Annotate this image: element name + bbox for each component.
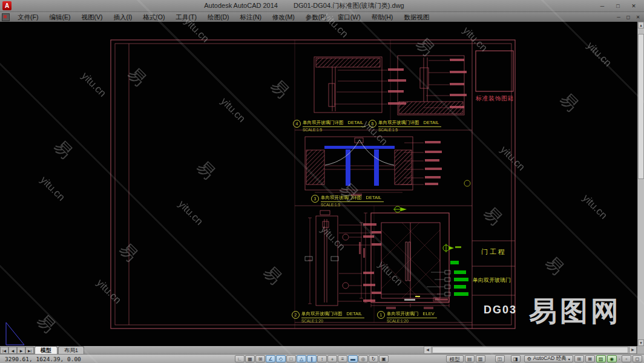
workspace-switcher[interactable]: ⚙ AutoCAD 经典 ▾ (524, 355, 573, 362)
lock-ui-icon[interactable]: ⊞ (574, 355, 584, 362)
clean-screen-icon[interactable]: ▫ (622, 355, 631, 362)
menu-item-help[interactable]: 帮助(H) (366, 12, 399, 22)
object-snap-tracking-toggle[interactable]: ∥ (307, 355, 317, 362)
annotation-monitor-toggle[interactable]: ▣ (379, 355, 389, 362)
menu-item-format[interactable]: 格式(O) (137, 12, 170, 22)
selection-cycling-toggle[interactable]: ↻ (369, 355, 378, 362)
title-block-project: 门工程 (481, 247, 507, 257)
polar-tracking-toggle[interactable]: ◇ (276, 355, 286, 362)
statusbar: 3290.61, 1624.39, 0.00 ∟▦⊞∠◇□△∥↕＋≡▬◎↻▣ 模… (0, 354, 644, 363)
gear-icon: ⚙ (527, 356, 531, 362)
callout-number: 4 (293, 120, 301, 128)
ortho-mode-toggle[interactable]: ∠ (266, 355, 275, 362)
annotation-monitor-icon[interactable]: ◫ (495, 355, 505, 362)
model-space-button[interactable]: 模型 (446, 355, 464, 362)
minimize-button[interactable]: ─ (594, 1, 610, 11)
doc-restore-button[interactable]: ◻ (623, 13, 633, 21)
callout-number: 3 (311, 195, 319, 203)
callout-scale: SCALE:1:5 (321, 203, 384, 207)
workspace-label: AutoCAD 经典 (533, 355, 567, 362)
detail-callout-2: 2 单向双开玻璃门详图DETAIL SCALE:1:20 (292, 311, 364, 323)
dynamic-input-toggle[interactable]: ＋ (327, 355, 337, 362)
detail-callout-3: 3 单向双开玻璃门详图DETAIL SCALE:1:5 (311, 195, 384, 207)
performance-tuner-icon[interactable]: ◉ (607, 355, 617, 362)
drawing-canvas[interactable]: 4 单向双开玻璃门详图DETAIL SCALE:1:5 5 单向双开玻璃门详图D… (0, 22, 644, 346)
tab-model[interactable]: 模型 (34, 346, 58, 354)
callout-title: 单向双开玻璃门详图DETAIL (301, 311, 364, 318)
scroll-up-arrow-icon[interactable]: ▲ (638, 22, 644, 28)
autocad-logo-icon[interactable]: A (2, 1, 12, 10)
status-right-cluster: 模型 ▤ ▥ ◫ ◨ ⚙ AutoCAD 经典 ▾ ⊞ ⊠ ▨ ◉ · ▫ ◻ (445, 355, 642, 362)
menu-item-insert[interactable]: 插入(I) (108, 12, 137, 22)
menu-item-window[interactable]: 窗口(W) (332, 12, 366, 22)
quick-view-layouts-icon[interactable]: ▤ (465, 355, 475, 362)
resize-grip[interactable] (637, 346, 644, 354)
menubar: 文件(F) 编辑(E) 视图(V) 插入(I) 格式(O) 工具(T) 绘图(D… (0, 12, 644, 22)
annotation-scale-icon[interactable]: ◨ (511, 355, 521, 362)
maximize-button[interactable]: □ (610, 1, 626, 11)
callout-scale: SCALE:1:5 (303, 128, 366, 132)
doc-minimize-button[interactable]: ─ (614, 13, 623, 21)
coordinates-readout[interactable]: 3290.61, 1624.39, 0.00 (0, 356, 111, 362)
menu-item-file[interactable]: 文件(F) (12, 12, 44, 22)
layout-tab-row: |◀ ◀ ▶ ▶| 模型 布局1 ◀ ▶ (0, 346, 644, 354)
menu-item-modify[interactable]: 修改(M) (267, 12, 300, 22)
menu-item-view[interactable]: 视图(V) (76, 12, 108, 22)
vertical-scrollbar[interactable]: ▲ ▼ (637, 22, 644, 346)
document-name: DG01-DG04.门标准图(玻璃门类).dwg (294, 2, 404, 9)
callout-number: 1 (377, 311, 385, 319)
detail-callout-5: 5 单向双开玻璃门详图DETAIL SCALE:1:5 (369, 120, 441, 132)
menu-item-parametric[interactable]: 参数(P) (300, 12, 332, 22)
object-snap-toggle[interactable]: □ (286, 355, 296, 362)
menu-item-tools[interactable]: 工具(T) (171, 12, 202, 22)
callout-scale: SCALE:1:20 (301, 319, 364, 323)
horizontal-scroll-thumb[interactable] (432, 347, 628, 353)
status-dot-separator: · (619, 356, 620, 362)
scroll-right-arrow-icon[interactable]: ▶ (629, 347, 636, 353)
callout-number: 5 (369, 120, 376, 128)
prev-tab-button[interactable]: ◀ (8, 347, 17, 354)
quick-view-drawings-icon[interactable]: ▥ (476, 355, 485, 362)
callout-scale: SCALE:1:20 (387, 319, 437, 323)
last-tab-button[interactable]: ▶| (25, 347, 34, 354)
scroll-down-arrow-icon[interactable]: ▼ (638, 339, 644, 346)
lineweight-toggle[interactable]: ≡ (338, 355, 347, 362)
transparency-toggle[interactable]: ▬ (348, 355, 358, 362)
close-button[interactable]: ✕ (626, 1, 642, 11)
title-block-sheet-number: DG03 (484, 304, 517, 316)
menu-item-edit[interactable]: 编辑(E) (44, 12, 76, 22)
grid-display-toggle[interactable]: ⊞ (255, 355, 265, 362)
drawing-file-icon[interactable] (2, 13, 10, 21)
menu-item-draw[interactable]: 绘图(D) (202, 12, 235, 22)
callout-title: 单向双开玻璃门详图DETAIL (321, 195, 384, 202)
infer-constraints-toggle[interactable]: ∟ (235, 355, 245, 362)
callout-title: 单向双开玻璃门详图DETAIL (303, 120, 366, 127)
callout-title: 单向双开玻璃门详图DETAIL (378, 120, 441, 127)
app-status-icon[interactable]: ◻ (632, 355, 642, 362)
titlebar: A Autodesk AutoCAD 2014DG01-DG04.门标准图(玻璃… (0, 0, 644, 12)
tab-layout1[interactable]: 布局1 (58, 346, 84, 354)
hardware-acceleration-icon[interactable]: ▨ (596, 355, 606, 362)
doc-close-button[interactable]: ✕ (633, 13, 643, 21)
dynamic-ucs-toggle[interactable]: ↕ (317, 355, 327, 362)
chevron-down-icon: ▾ (568, 357, 570, 361)
quick-properties-toggle[interactable]: ◎ (358, 355, 368, 362)
scroll-left-arrow-icon[interactable]: ◀ (424, 347, 432, 353)
title-block-atlas-label: 标准装饰图籍 (476, 94, 514, 103)
elevation-callout-1: 1 单向双开玻璃门ELEV SCALE:1:20 (377, 311, 437, 323)
vertical-scroll-thumb[interactable] (638, 34, 644, 179)
isolate-objects-icon[interactable]: ⊠ (585, 355, 595, 362)
snap-mode-toggle[interactable]: ▦ (245, 355, 255, 362)
autocad-window: A Autodesk AutoCAD 2014DG01-DG04.门标准图(玻璃… (0, 0, 644, 363)
title-block-sheet-name: 单向双开玻璃门 (473, 276, 511, 284)
horizontal-scrollbar[interactable]: ◀ ▶ (424, 346, 637, 354)
next-tab-button[interactable]: ▶ (17, 347, 25, 354)
callout-scale: SCALE:1:5 (378, 128, 441, 132)
menu-item-dataview[interactable]: 数据视图 (398, 12, 435, 22)
yitu-logo-watermark: 易图网 (529, 293, 622, 330)
first-tab-button[interactable]: |◀ (0, 347, 8, 354)
3d-object-snap-toggle[interactable]: △ (297, 355, 306, 362)
menu-item-dimension[interactable]: 标注(N) (235, 12, 268, 22)
callout-number: 2 (292, 311, 300, 319)
app-name: Autodesk AutoCAD 2014 (204, 2, 278, 9)
